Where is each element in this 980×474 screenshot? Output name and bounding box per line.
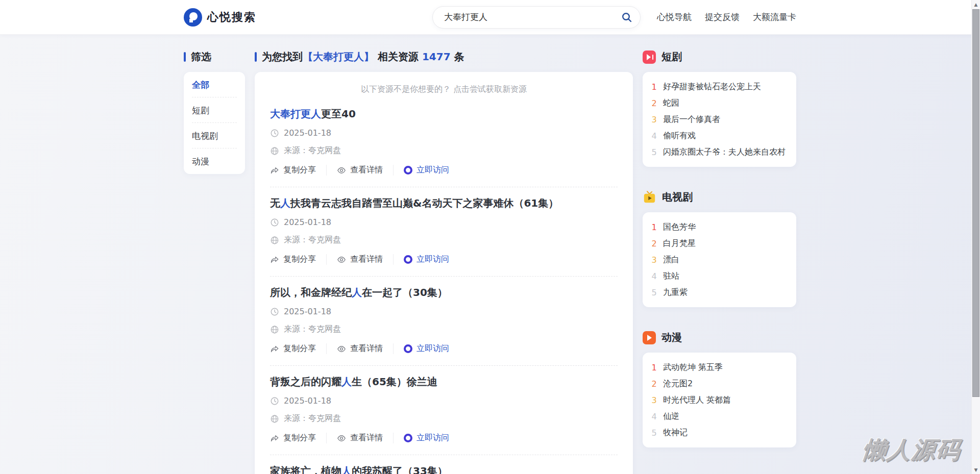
results-card: 以下资源不是你想要的？ 点击尝试获取新资源 大奉打更人更至40 2025-01-… — [255, 72, 633, 474]
keyword-highlight: 人 — [280, 197, 290, 209]
nav-link-1[interactable]: 心悦导航 — [657, 11, 692, 23]
search-input[interactable] — [444, 12, 617, 22]
view-detail-button[interactable]: 查看详情 — [326, 433, 393, 443]
filter-option-item[interactable]: 短剧 — [192, 97, 237, 123]
scrollbar-down-arrow-icon[interactable]: ▼ — [972, 465, 980, 474]
ranking-item[interactable]: 1好孕甜妻被钻石老公宠上天 — [643, 79, 796, 95]
rank-number: 2 — [651, 98, 657, 108]
result-title-link[interactable]: 无人扶我青云志我自踏雪至山巅&名动天下之家事难休（61集） — [270, 196, 618, 210]
rank-number: 3 — [651, 255, 657, 265]
title-text: 更至40 — [321, 108, 356, 120]
quark-disk-icon — [404, 166, 412, 174]
ranking-item[interactable]: 1国色芳华 — [643, 219, 796, 235]
result-source-row: 来源：夸克网盘 — [270, 235, 618, 245]
ranking-item[interactable]: 1武动乾坤 第五季 — [643, 359, 796, 376]
quark-disk-icon — [404, 344, 412, 353]
ranking-item[interactable]: 3最后一个修真者 — [643, 111, 796, 128]
result-count: 1477 — [422, 51, 451, 63]
header: 心悦搜索 心悦导航提交反馈大额流量卡 — [0, 0, 980, 35]
eye-icon — [337, 255, 346, 264]
play-badge-orange-icon — [643, 331, 656, 344]
heading-text: 为您找到【大奉打更人】 相关资源 1477 条 — [262, 50, 464, 64]
copy-share-button[interactable]: 复制分享 — [270, 254, 326, 265]
refresh-tip-link[interactable]: 以下资源不是你想要的？ 点击尝试获取新资源 — [270, 82, 618, 98]
scrollbar-thumb[interactable] — [972, 9, 979, 397]
rank-number: 4 — [651, 271, 657, 281]
result-date-row: 2025-01-18 — [270, 396, 618, 406]
result-actions: 复制分享 查看详情 立即访问 — [270, 343, 618, 354]
result-title-link[interactable]: 大奉打更人更至40 — [270, 107, 618, 120]
eye-icon — [337, 434, 346, 443]
title-text: 家族将亡，植物 — [270, 465, 341, 474]
rank-number: 1 — [651, 222, 657, 232]
result-item: 大奉打更人更至40 2025-01-18 来源：夸克网盘 — [270, 98, 618, 187]
accent-bar — [255, 52, 257, 62]
copy-share-button[interactable]: 复制分享 — [270, 165, 326, 176]
result-item: 家族将亡，植物人的我苏醒了（33集） 2025-01-18 来源：夸克网盘 — [270, 455, 618, 474]
ranking-item[interactable]: 2沧元图2 — [643, 376, 796, 392]
rank-item-title: 仙逆 — [663, 411, 679, 422]
keyword-highlight: 人 — [341, 376, 352, 388]
ranking-sidebar: 短剧 1好孕甜妻被钻石老公宠上天2蛇园3最后一个修真者4偷听有戏5闪婚京圈太子爷… — [643, 50, 796, 447]
copy-share-button[interactable]: 复制分享 — [270, 433, 326, 443]
ranking-section: 电视剧 1国色芳华2白月梵星3漂白4驻站5九重紫 — [643, 190, 796, 307]
rank-number: 4 — [651, 412, 657, 421]
ranking-item[interactable]: 4驻站 — [643, 268, 796, 284]
rank-item-title: 沧元图2 — [663, 379, 693, 389]
result-date: 2025-01-18 — [284, 396, 331, 406]
view-detail-button[interactable]: 查看详情 — [326, 254, 393, 265]
result-title-link[interactable]: 所以，和金牌经纪人在一起了（30集） — [270, 286, 618, 299]
ranking-item[interactable]: 2白月梵星 — [643, 235, 796, 252]
share-icon — [270, 166, 279, 175]
globe-icon — [270, 325, 279, 334]
filter-option-item[interactable]: 动漫 — [192, 148, 237, 174]
search-button[interactable] — [617, 7, 637, 28]
ranking-item[interactable]: 2蛇园 — [643, 95, 796, 111]
view-detail-button[interactable]: 查看详情 — [326, 165, 393, 176]
rank-number: 2 — [651, 239, 657, 248]
rank-item-title: 牧神记 — [663, 428, 688, 438]
visit-now-button[interactable]: 立即访问 — [393, 343, 459, 354]
ranking-item[interactable]: 5闪婚京圈太子爷：夫人她来自农村 — [643, 144, 796, 160]
visit-now-button[interactable]: 立即访问 — [393, 433, 459, 443]
result-title-link[interactable]: 家族将亡，植物人的我苏醒了（33集） — [270, 464, 618, 474]
result-date-row: 2025-01-18 — [270, 217, 618, 227]
rank-number: 1 — [651, 82, 657, 92]
keyword-highlight: 大奉打更人 — [270, 108, 321, 120]
visit-now-button[interactable]: 立即访问 — [393, 254, 459, 265]
scrollbar-up-arrow-icon[interactable]: ▲ — [972, 0, 980, 9]
filter-option-item[interactable]: 电视剧 — [192, 123, 237, 148]
globe-icon — [270, 146, 279, 156]
rank-number: 5 — [651, 147, 657, 157]
ranking-section: 动漫 1武动乾坤 第五季2沧元图23时光代理人 英都篇4仙逆5牧神记 — [643, 331, 796, 447]
logo[interactable]: 心悦搜索 — [184, 8, 256, 27]
title-text: 的我苏醒了（33集） — [352, 465, 448, 474]
ranking-title: 短剧 — [662, 50, 682, 64]
ranking-item[interactable]: 3漂白 — [643, 252, 796, 268]
result-actions: 复制分享 查看详情 立即访问 — [270, 254, 618, 265]
title-text: 所以，和金牌经纪 — [270, 286, 352, 298]
ranking-item[interactable]: 4偷听有戏 — [643, 128, 796, 144]
result-item: 无人扶我青云志我自踏雪至山巅&名动天下之家事难休（61集） 2025-01-18… — [270, 187, 618, 277]
ranking-item[interactable]: 3时光代理人 英都篇 — [643, 392, 796, 408]
nav-link-2[interactable]: 提交反馈 — [705, 11, 740, 23]
ranking-item[interactable]: 4仙逆 — [643, 408, 796, 425]
visit-now-button[interactable]: 立即访问 — [393, 165, 459, 176]
view-detail-button[interactable]: 查看详情 — [326, 343, 393, 354]
result-title-link[interactable]: 背叛之后的闪耀人生（65集）徐兰迪 — [270, 375, 618, 388]
ranking-header: 动漫 — [643, 331, 796, 344]
quark-disk-icon — [404, 434, 412, 442]
accent-bar — [184, 52, 186, 62]
rank-number: 5 — [651, 428, 657, 438]
title-text: 生（65集）徐兰迪 — [352, 376, 437, 388]
filter-option-active[interactable]: 全部 — [192, 72, 237, 97]
page-scrollbar[interactable]: ▲ ▼ — [971, 0, 980, 474]
clock-icon — [270, 129, 279, 138]
copy-share-button[interactable]: 复制分享 — [270, 343, 326, 354]
result-date: 2025-01-18 — [284, 217, 331, 227]
ranking-item[interactable]: 5九重紫 — [643, 284, 796, 301]
rank-item-title: 蛇园 — [663, 98, 679, 109]
ranking-item[interactable]: 5牧神记 — [643, 425, 796, 441]
results-column: 为您找到【大奉打更人】 相关资源 1477 条 以下资源不是你想要的？ 点击尝试… — [255, 50, 633, 474]
nav-link-3[interactable]: 大额流量卡 — [753, 11, 796, 23]
